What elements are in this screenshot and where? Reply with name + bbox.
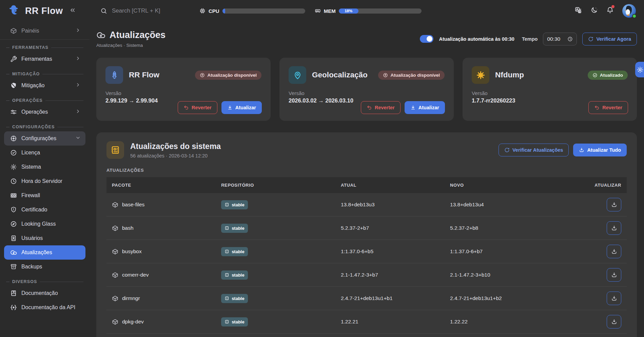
package-icon bbox=[112, 202, 118, 208]
box-icon bbox=[10, 27, 17, 34]
notification-dot bbox=[611, 5, 614, 8]
download-tray-icon bbox=[611, 248, 617, 255]
page-title: Atualizações bbox=[96, 30, 165, 40]
badge-check-icon bbox=[10, 149, 17, 156]
brand-name: RR Flow bbox=[25, 6, 63, 16]
current-version: 1:1.37.0-6+b5 bbox=[335, 240, 445, 263]
new-version: 2.1-1.47.2-3+b10 bbox=[445, 263, 575, 287]
repo-badge: stable bbox=[221, 224, 248, 233]
chevron-right-icon bbox=[75, 109, 81, 115]
update-button[interactable]: Atualizar bbox=[221, 101, 262, 114]
clock-icon bbox=[10, 178, 17, 185]
time-input[interactable] bbox=[547, 36, 565, 42]
verify-now-button[interactable]: Verificar Agora bbox=[582, 33, 637, 45]
package-icon bbox=[112, 248, 118, 255]
sidebar-item-mitigacao[interactable]: Mitigação bbox=[4, 78, 85, 93]
search-input[interactable] bbox=[112, 7, 190, 14]
sidebar-item-sistema[interactable]: Sistema bbox=[4, 160, 85, 174]
sidebar-item-licenca[interactable]: Licença bbox=[4, 146, 85, 160]
version-label: Versão bbox=[289, 90, 445, 96]
cpu-icon bbox=[199, 8, 206, 14]
download-package-button[interactable] bbox=[607, 221, 621, 235]
revert-button[interactable]: Reverter bbox=[178, 101, 217, 114]
archive-icon bbox=[10, 263, 17, 270]
sidebar-item-usuarios[interactable]: Usuários bbox=[4, 231, 85, 245]
translate-icon[interactable] bbox=[574, 6, 582, 15]
download-package-button[interactable] bbox=[607, 198, 621, 211]
sidebar-item-paineis[interactable]: Painéis bbox=[4, 24, 85, 38]
updates-table: PACOTE REPOSITÓRIO ATUAL NOVO ATUALIZAR … bbox=[106, 177, 627, 337]
table-header-row: PACOTE REPOSITÓRIO ATUAL NOVO ATUALIZAR bbox=[106, 177, 627, 193]
cloud-download-icon bbox=[10, 249, 17, 256]
table-row: dirmngr stable 2.4.7-21+deb13u1+b1 2.4.7… bbox=[106, 287, 627, 310]
cpu-progress-fill bbox=[222, 8, 225, 14]
avatar[interactable] bbox=[622, 4, 636, 18]
sidebar-item-ferramentas[interactable]: Ferramentas bbox=[4, 52, 85, 66]
sidebar-item-documentacao[interactable]: Documentação bbox=[4, 286, 85, 300]
revert-button[interactable]: Reverter bbox=[588, 101, 628, 114]
sidebar-item-hora-do-servidor[interactable]: Hora do Servidor bbox=[4, 174, 85, 188]
arrow-up-circle-icon bbox=[383, 73, 388, 78]
col-repositorio: REPOSITÓRIO bbox=[216, 177, 335, 193]
update-available-badge: Atualização disponível bbox=[195, 71, 261, 80]
check-circle-icon bbox=[592, 73, 598, 78]
search-icon bbox=[100, 7, 107, 14]
download-package-button[interactable] bbox=[607, 292, 621, 305]
sidebar-collapse-icon[interactable] bbox=[69, 7, 76, 15]
info-square-icon bbox=[225, 226, 229, 230]
current-version: 1.22.21 bbox=[335, 310, 445, 334]
sidebar-item-configuracoes[interactable]: Configurações bbox=[4, 131, 85, 146]
repo-badge: stable bbox=[221, 317, 248, 326]
update-available-badge: Atualização disponível bbox=[378, 71, 445, 80]
settings-wheel-icon bbox=[10, 135, 17, 142]
sidebar-item-looking-glass[interactable]: Looking Glass bbox=[4, 217, 85, 231]
download-tray-icon bbox=[611, 319, 617, 325]
updates-section-label: ATUALIZAÇÕES bbox=[106, 168, 627, 173]
auto-update-toggle[interactable] bbox=[420, 35, 433, 43]
sidebar-item-backups[interactable]: Backups bbox=[4, 260, 85, 274]
download-tray-icon bbox=[611, 295, 617, 301]
download-package-button[interactable] bbox=[607, 245, 621, 258]
sidebar-item-atualizacoes[interactable]: Atualizações bbox=[4, 245, 85, 260]
undo-icon bbox=[367, 105, 372, 110]
notifications-bell-icon[interactable] bbox=[606, 6, 614, 15]
tempo-label: Tempo bbox=[522, 36, 538, 42]
download-package-button[interactable] bbox=[607, 268, 621, 282]
sidebar-item-certificado[interactable]: Certificado bbox=[4, 203, 85, 217]
new-version: 1.22.22 bbox=[445, 310, 575, 334]
arrow-up-circle-icon bbox=[200, 73, 205, 78]
sidebar-item-documentacao-api[interactable]: Documentação da API bbox=[4, 300, 85, 315]
card-title: Geolocalização bbox=[312, 71, 368, 79]
sidebar-item-operacoes[interactable]: Operações bbox=[4, 105, 85, 119]
mem-percent-label: 18% bbox=[342, 9, 355, 13]
package-icon bbox=[112, 295, 118, 302]
update-button[interactable]: Atualizar bbox=[405, 101, 445, 114]
time-box bbox=[543, 33, 577, 45]
verify-updates-button[interactable]: Verificar Atualizações bbox=[499, 144, 569, 156]
current-version: 2.1-1.47.2-3+b7 bbox=[335, 263, 445, 287]
table-row: comerr-dev stable 2.1-1.47.2-3+b7 2.1-1.… bbox=[106, 263, 627, 287]
update-cards: RR Flow Atualização disponível Versão 2.… bbox=[96, 58, 637, 121]
user-card-icon bbox=[10, 235, 17, 242]
dark-mode-icon[interactable] bbox=[590, 6, 598, 15]
revert-button[interactable]: Reverter bbox=[361, 101, 401, 114]
gear-icon bbox=[637, 66, 644, 73]
current-version: 1.22.21 bbox=[335, 334, 445, 337]
package-icon bbox=[112, 319, 118, 325]
chevron-down-icon bbox=[75, 135, 81, 142]
repo-badge: stable bbox=[221, 247, 248, 256]
download-package-button[interactable] bbox=[607, 315, 621, 329]
global-search bbox=[100, 7, 190, 14]
download-tray-icon bbox=[611, 272, 617, 278]
sidebar-item-firewall[interactable]: Firewall bbox=[4, 188, 85, 203]
card-nfdump: Nfdump Atualizado Versão 1.7.7-rr2026022… bbox=[463, 58, 637, 121]
repo-badge: stable bbox=[221, 200, 248, 209]
settings-fab[interactable] bbox=[635, 62, 644, 77]
map-pin-icon bbox=[289, 66, 306, 84]
gear-icon bbox=[10, 164, 17, 170]
new-version: 2.4.7-21+deb13u1+b2 bbox=[445, 287, 575, 310]
repo-badge: stable bbox=[221, 270, 248, 280]
auto-update-label: Atualização automática às 00:30 bbox=[439, 36, 514, 42]
update-all-button[interactable]: Atualizar Tudo bbox=[573, 144, 627, 156]
download-icon bbox=[227, 105, 233, 110]
